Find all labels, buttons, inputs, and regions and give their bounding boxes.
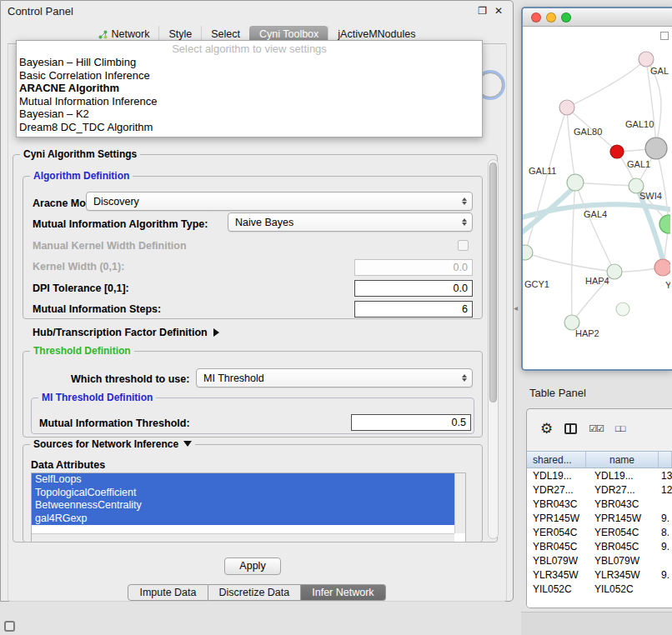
network-node[interactable] xyxy=(654,259,670,276)
attribute-item[interactable]: TopologicalCoefficient xyxy=(32,487,454,500)
table-cell: YER054C xyxy=(586,527,659,538)
algorithm-dropdown-list: Bayesian – Hill ClimbingBasic Correlatio… xyxy=(17,56,482,133)
network-canvas[interactable]: GALGAL80GAL10GAL11GAL1SWI4GAL4GCY1HAP4HA… xyxy=(523,28,672,369)
table-cell: 9. xyxy=(659,512,672,524)
mi-type-label: Mutual Information Algorithm Type: xyxy=(33,218,208,230)
expand-down-icon xyxy=(183,441,192,447)
table-header-row: shared...name xyxy=(527,451,672,468)
table-cell: 9. xyxy=(659,569,672,581)
traffic-light-zoom[interactable] xyxy=(561,12,571,22)
tab-label: Network xyxy=(112,28,150,40)
network-node[interactable] xyxy=(659,215,670,233)
manual-kernel-label: Manual Kernel Width Definition xyxy=(33,240,187,252)
mi-type-value: Naive Bayes xyxy=(235,217,459,228)
tab-infer-network[interactable]: Infer Network xyxy=(301,584,385,601)
table-cell: 12 xyxy=(659,484,672,496)
group-title: Threshold Definition xyxy=(30,345,134,357)
traffic-light-close[interactable] xyxy=(531,12,541,22)
table-row[interactable]: YER054CYER054C8. xyxy=(527,525,672,539)
select-all-checks-icon[interactable]: ☑☑ xyxy=(589,423,604,434)
traffic-light-minimize[interactable] xyxy=(546,12,556,22)
attributes-vertical-scrollbar[interactable] xyxy=(454,473,465,533)
settings-scrollbar[interactable] xyxy=(488,159,499,539)
which-threshold-select[interactable]: MI Threshold xyxy=(196,368,473,388)
kernel-width-label: Kernel Width (0,1): xyxy=(33,261,124,272)
table-cell: YBR043C xyxy=(586,498,659,510)
sources-title: Sources for Network Inference xyxy=(33,438,178,450)
table-row[interactable]: YBR045CYBR045C9. xyxy=(527,539,672,553)
table-cell: YBL079W xyxy=(527,555,586,567)
table-cell: 13 xyxy=(659,470,672,482)
column-header-shared-[interactable]: shared... xyxy=(527,452,586,468)
network-node[interactable] xyxy=(559,100,574,115)
table-cell: YBL079W xyxy=(586,555,659,567)
algorithm-option[interactable]: Basic Correlation Inference xyxy=(17,69,482,82)
aracne-mode-select[interactable]: Discovery xyxy=(86,192,473,211)
mi-steps-field[interactable] xyxy=(354,301,473,318)
tab-label: Style xyxy=(168,28,192,40)
node-label: HAP4 xyxy=(585,276,609,286)
node-label: GCY1 xyxy=(524,279,549,289)
algorithm-option[interactable]: ARACNE Algorithm xyxy=(17,82,482,95)
table-cell: YLR345W xyxy=(527,569,586,581)
tab-label: jActiveMNodules xyxy=(338,28,415,40)
close-window-icon[interactable]: ✕ xyxy=(494,6,503,16)
table-cell: YER054C xyxy=(527,527,586,538)
table-cell: YPR145W xyxy=(527,512,586,524)
panel-collapse-icon[interactable]: ◂ xyxy=(514,303,518,312)
float-window-icon[interactable]: ❐ xyxy=(478,6,487,16)
table-row[interactable]: YLR345WYLR345W9. xyxy=(527,568,672,582)
combo-arrows-icon xyxy=(459,218,472,226)
attributes-horizontal-scrollbar[interactable] xyxy=(32,533,454,542)
sources-expander[interactable]: Sources for Network Inference xyxy=(30,438,195,450)
algorithm-option[interactable]: Bayesian – K2 xyxy=(17,108,482,121)
network-node[interactable] xyxy=(645,138,667,159)
node-label: GAL1 xyxy=(627,159,650,169)
tab-impute-data[interactable]: Impute Data xyxy=(128,584,208,601)
table-cell: YBR045C xyxy=(527,541,586,552)
group-title: MI Threshold Definition xyxy=(38,392,156,403)
dpi-tolerance-label: DPI Tolerance [0,1]: xyxy=(33,282,129,294)
network-graph: GALGAL80GAL10GAL11GAL1SWI4GAL4GCY1HAP4HA… xyxy=(523,28,670,369)
gear-icon[interactable]: ⚙ xyxy=(540,422,553,436)
column-header-2[interactable] xyxy=(659,452,672,468)
table-row[interactable]: YBL079WYBL079W xyxy=(527,553,672,568)
table-row[interactable]: YIL052CYIL052C xyxy=(527,582,672,596)
apply-button[interactable]: Apply xyxy=(224,558,281,575)
table-row[interactable]: YBR043CYBR043C xyxy=(527,497,672,511)
tab-discretize-data[interactable]: Discretize Data xyxy=(208,584,302,601)
algorithm-option[interactable]: Dream8 DC_TDC Algorithm xyxy=(17,121,482,134)
attribute-item[interactable]: BetweennessCentrality xyxy=(32,499,454,512)
unselect-all-boxes-icon[interactable]: □□ xyxy=(615,423,624,433)
network-node[interactable] xyxy=(639,52,654,67)
manual-kernel-checkbox[interactable] xyxy=(458,240,469,251)
hub-definition-expander[interactable]: Hub/Transcription Factor Definition xyxy=(33,327,219,338)
node-table: shared...name YDL19...YDL19...13YDR27...… xyxy=(527,451,672,608)
panel-dock-icon[interactable] xyxy=(4,621,15,632)
table-cell: YPR145W xyxy=(586,512,659,524)
mi-threshold-field[interactable] xyxy=(351,414,471,431)
table-row[interactable]: YDL19...YDL19...13 xyxy=(527,468,672,482)
table-row[interactable]: YDR27...YDR27...12 xyxy=(527,482,672,497)
network-node[interactable] xyxy=(523,245,533,260)
attribute-item[interactable]: gal4RGexp xyxy=(32,512,454,526)
dpi-tolerance-field[interactable] xyxy=(354,280,473,297)
scrollbar-thumb[interactable] xyxy=(489,162,497,402)
node-label: SWI4 xyxy=(639,191,662,201)
node-label: Y xyxy=(665,280,670,290)
mi-type-select[interactable]: Naive Bayes xyxy=(228,212,473,232)
data-attributes-listbox: SelfLoopsTopologicalCoefficientBetweenne… xyxy=(31,472,466,542)
canvas-corner-box[interactable] xyxy=(660,32,669,40)
columns-icon[interactable] xyxy=(564,423,577,434)
network-node[interactable] xyxy=(567,174,584,191)
table-row[interactable]: YPR145WYPR145W9. xyxy=(527,511,672,525)
network-node[interactable] xyxy=(610,145,624,158)
column-header-name[interactable]: name xyxy=(586,452,659,468)
algorithm-option[interactable]: Bayesian – Hill Climbing xyxy=(17,56,482,69)
combo-arrows-icon xyxy=(459,198,472,205)
algorithm-option[interactable]: Mutual Information Inference xyxy=(17,95,482,108)
attribute-item[interactable]: SelfLoops xyxy=(32,473,454,487)
network-node[interactable] xyxy=(616,302,629,316)
kernel-width-field[interactable] xyxy=(354,259,473,276)
table-cell: YLR345W xyxy=(586,569,659,581)
